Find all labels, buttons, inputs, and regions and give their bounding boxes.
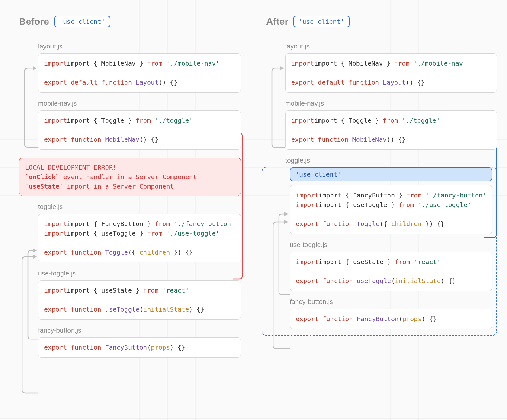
file-label-layout: layout.js [285, 42, 497, 50]
code-use-toggle: importimport { useState } from 'react' e… [290, 252, 492, 291]
after-title: After [266, 16, 288, 27]
code-mobile-nav: importimport { Toggle } from './toggle' … [38, 110, 241, 150]
code-layout: importimport { MobileNav } from './mobil… [285, 53, 497, 93]
use-client-badge: 'use client' [54, 16, 110, 27]
file-label-fancy-button: fancy-button.js [290, 298, 492, 306]
file-label-layout: layout.js [38, 42, 241, 50]
file-label-toggle: toggle.js [285, 157, 497, 164]
use-client-badge: 'use client' [293, 16, 350, 27]
diagram-columns: Before 'use client' layout.js importimpo… [19, 16, 488, 358]
code-fancy-button: export function FancyButton(props) {} [38, 337, 241, 358]
file-label-fancy-button: fancy-button.js [38, 326, 241, 334]
code-fancy-button: export function FancyButton(props) {} [290, 309, 492, 329]
file-label-use-toggle: use-toggle.js [290, 241, 492, 249]
client-boundary-group: 'use client' importimport { FancyButton … [262, 167, 497, 336]
use-client-directive: 'use client' [290, 167, 492, 181]
code-layout: importimport { MobileNav } from './mobil… [38, 53, 241, 93]
before-column: Before 'use client' layout.js importimpo… [19, 16, 241, 358]
error-box: LOCAL DEVELOPMENT ERROR! `onClick` event… [19, 158, 241, 196]
code-toggle: importimport { FancyButton } from './fan… [38, 214, 241, 262]
error-title: LOCAL DEVELOPMENT ERROR! [25, 163, 235, 172]
file-label-mobile-nav: mobile-nav.js [285, 100, 497, 107]
after-column: After 'use client' layout.js importimpor… [266, 16, 497, 358]
file-label-toggle: toggle.js [38, 203, 241, 210]
file-label-use-toggle: use-toggle.js [38, 269, 241, 277]
after-header: After 'use client' [266, 16, 497, 27]
before-title: Before [19, 16, 49, 27]
code-toggle: importimport { FancyButton } from './fan… [290, 185, 492, 234]
code-use-toggle: importimport { useState } from 'react' e… [38, 280, 241, 320]
code-mobile-nav: importimport { Toggle } from './toggle' … [285, 110, 497, 150]
file-label-mobile-nav: mobile-nav.js [38, 100, 241, 107]
before-header: Before 'use client' [19, 16, 241, 27]
